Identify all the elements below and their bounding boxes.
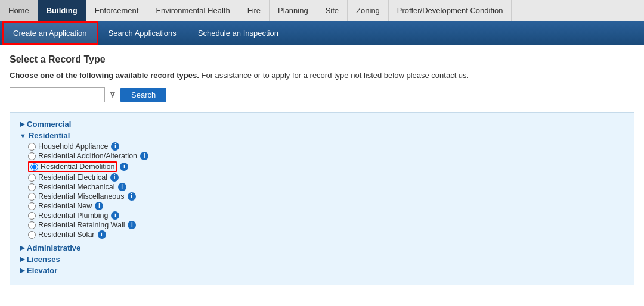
record-item-residential-electrical: Residential Electricali xyxy=(28,173,624,182)
radio-residential-new[interactable] xyxy=(28,202,36,210)
sub-navigation: Create an ApplicationSearch Applications… xyxy=(0,21,644,45)
category-label-elevator: Elevator xyxy=(27,266,57,275)
category-row-commercial[interactable]: ▶Commercial xyxy=(20,120,624,129)
radio-residential-addition-alteration[interactable] xyxy=(28,152,36,160)
radio-residential-plumbing[interactable] xyxy=(28,212,36,220)
record-item-household-appliance: Household Appliancei xyxy=(28,142,624,151)
record-item-label-household-appliance[interactable]: Household Appliance xyxy=(38,142,108,151)
radio-residential-solar[interactable] xyxy=(28,231,36,239)
record-item-label-residential-retaining-wall[interactable]: Residential Retaining Wall xyxy=(38,221,125,229)
instruction-text: Choose one of the following available re… xyxy=(10,71,634,80)
record-item-residential-retaining-wall: Residential Retaining Walli xyxy=(28,221,624,229)
filter-icon[interactable]: ⛛ xyxy=(109,90,117,99)
radio-residential-demolition[interactable] xyxy=(30,163,38,171)
category-row-residential[interactable]: ▼Residential xyxy=(20,131,624,140)
category-label-commercial: Commercial xyxy=(27,120,71,129)
record-item-residential-demolition: Residential Demolitioni xyxy=(28,161,624,172)
page-title: Select a Record Type xyxy=(10,54,634,65)
instruction-strong: Choose one of the following available re… xyxy=(10,71,199,80)
radio-residential-retaining-wall[interactable] xyxy=(28,221,36,229)
search-input[interactable] xyxy=(10,87,105,102)
search-button[interactable]: Search xyxy=(120,88,166,102)
record-item-residential-solar: Residential Solari xyxy=(28,230,624,239)
category-toggle-administrative: ▶ xyxy=(20,244,24,252)
top-nav-item-proffer[interactable]: Proffer/Development Condition xyxy=(389,0,512,21)
info-icon-residential-new[interactable]: i xyxy=(95,202,103,210)
info-icon-residential-addition-alteration[interactable]: i xyxy=(140,152,148,160)
radio-residential-electrical[interactable] xyxy=(28,174,36,182)
record-items-residential: Household ApplianceiResidential Addition… xyxy=(20,142,624,239)
instruction-suffix-text: For assistance or to apply for a record … xyxy=(201,71,469,80)
sub-nav-item-search-applications[interactable]: Search Applications xyxy=(98,21,187,45)
top-nav-item-home[interactable]: Home xyxy=(0,0,38,21)
top-nav-item-zoning[interactable]: Zoning xyxy=(348,0,389,21)
info-icon-residential-electrical[interactable]: i xyxy=(110,173,119,182)
record-item-label-residential-new[interactable]: Residential New xyxy=(38,202,92,210)
record-item-residential-mechanical: Residential Mechanicali xyxy=(28,183,624,191)
info-icon-residential-demolition[interactable]: i xyxy=(120,163,128,171)
radio-household-appliance[interactable] xyxy=(28,143,36,151)
record-item-residential-miscellaneous: Residential Miscellaneousi xyxy=(28,192,624,201)
radio-residential-mechanical[interactable] xyxy=(28,183,36,191)
record-item-residential-plumbing: Residential Plumbingi xyxy=(28,211,624,220)
record-item-label-residential-solar[interactable]: Residential Solar xyxy=(38,230,95,239)
selected-indicator-residential-demolition: Residential Demolition xyxy=(28,161,117,172)
sub-nav-item-schedule-inspection[interactable]: Schedule an Inspection xyxy=(187,21,289,45)
main-content: Select a Record Type Choose one of the f… xyxy=(0,45,644,295)
category-toggle-residential: ▼ xyxy=(20,132,26,139)
info-icon-residential-plumbing[interactable]: i xyxy=(111,211,119,220)
radio-residential-miscellaneous[interactable] xyxy=(28,193,36,201)
info-icon-residential-retaining-wall[interactable]: i xyxy=(128,221,136,229)
top-nav-item-environmental-health[interactable]: Environmental Health xyxy=(147,0,239,21)
record-item-label-residential-demolition[interactable]: Residential Demolition xyxy=(41,163,114,171)
category-row-licenses[interactable]: ▶Licenses xyxy=(20,255,624,264)
top-nav-item-site[interactable]: Site xyxy=(317,0,348,21)
top-nav-item-enforcement[interactable]: Enforcement xyxy=(86,0,148,21)
info-icon-residential-mechanical[interactable]: i xyxy=(118,183,126,191)
info-icon-residential-miscellaneous[interactable]: i xyxy=(128,192,136,201)
category-toggle-licenses: ▶ xyxy=(20,255,24,263)
record-item-residential-new: Residential Newi xyxy=(28,202,624,210)
category-toggle-elevator: ▶ xyxy=(20,267,24,274)
record-item-label-residential-electrical[interactable]: Residential Electrical xyxy=(38,173,107,182)
category-row-administrative[interactable]: ▶Administrative xyxy=(20,243,624,252)
top-navigation: HomeBuildingEnforcementEnvironmental Hea… xyxy=(0,0,644,21)
top-nav-item-planning[interactable]: Planning xyxy=(270,0,317,21)
category-label-residential: Residential xyxy=(29,131,70,140)
record-item-label-residential-mechanical[interactable]: Residential Mechanical xyxy=(38,183,115,191)
record-type-list: ▶Commercial▼ResidentialHousehold Applian… xyxy=(10,112,634,285)
search-row: ⛛ Search xyxy=(10,87,634,102)
top-nav-item-building[interactable]: Building xyxy=(38,0,86,21)
record-item-residential-addition-alteration: Residential Addition/Alterationi xyxy=(28,152,624,160)
top-nav-item-fire[interactable]: Fire xyxy=(239,0,270,21)
category-toggle-commercial: ▶ xyxy=(20,120,24,128)
record-item-label-residential-addition-alteration[interactable]: Residential Addition/Alteration xyxy=(38,152,137,160)
category-row-elevator[interactable]: ▶Elevator xyxy=(20,266,624,275)
category-label-licenses: Licenses xyxy=(27,255,60,264)
category-label-administrative: Administrative xyxy=(27,243,80,252)
info-icon-residential-solar[interactable]: i xyxy=(98,230,106,239)
record-item-label-residential-plumbing[interactable]: Residential Plumbing xyxy=(38,211,108,220)
record-item-label-residential-miscellaneous[interactable]: Residential Miscellaneous xyxy=(38,192,125,201)
sub-nav-item-create-application[interactable]: Create an Application xyxy=(2,21,98,45)
info-icon-household-appliance[interactable]: i xyxy=(111,142,119,151)
